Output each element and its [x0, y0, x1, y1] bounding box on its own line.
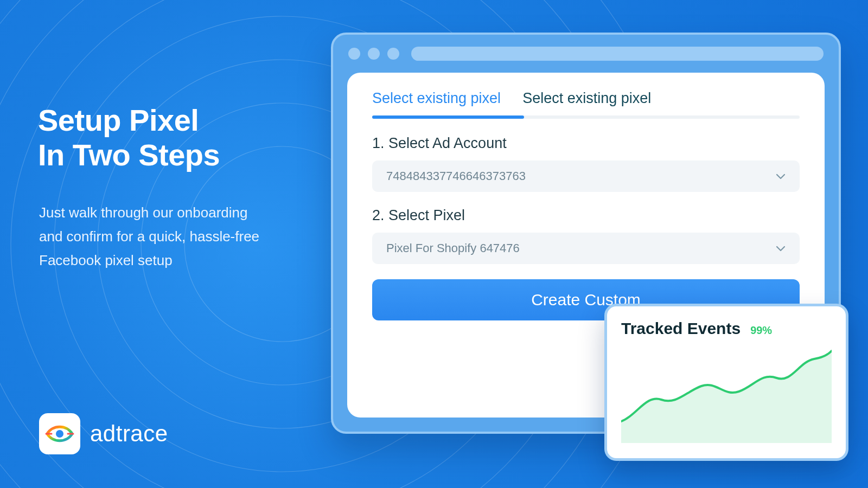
chevron-down-icon [776, 169, 786, 183]
tab-select-existing-pixel-alt[interactable]: Select existing pixel [522, 90, 651, 112]
svg-point-8 [56, 430, 63, 438]
tab-underline-track [372, 115, 800, 119]
traffic-light-dot [368, 48, 380, 60]
pixel-value: Pixel For Shopify 647476 [386, 241, 520, 255]
tab-select-existing-pixel[interactable]: Select existing pixel [372, 90, 501, 112]
step1-label: 1. Select Ad Account [372, 135, 800, 152]
tracked-events-card: Tracked Events 99% [604, 304, 848, 461]
ad-account-select[interactable]: 748484337746646373763 [372, 160, 800, 192]
tab-underline-indicator [372, 115, 524, 119]
sparkline-chart [621, 340, 832, 443]
traffic-lights [348, 48, 399, 60]
chevron-down-icon [776, 241, 786, 255]
traffic-light-dot [348, 48, 360, 60]
pixel-select[interactable]: Pixel For Shopify 647476 [372, 233, 800, 264]
card-percentage: 99% [750, 324, 772, 337]
hero-stage: Setup Pixel In Two Steps Just walk throu… [0, 0, 868, 488]
window-titlebar [333, 35, 839, 73]
step2-label: 2. Select Pixel [372, 207, 800, 224]
ad-account-value: 748484337746646373763 [386, 169, 526, 183]
brand-name: adtrace [90, 421, 168, 447]
hero-body: Just walk through our onboarding and con… [39, 201, 272, 273]
traffic-light-dot [387, 48, 399, 60]
card-title: Tracked Events [621, 319, 741, 338]
url-bar[interactable] [411, 47, 824, 61]
hero-title: Setup Pixel In Two Steps [38, 103, 220, 173]
eye-logo-icon [45, 419, 74, 448]
hero-title-line2: In Two Steps [38, 138, 220, 172]
tabs: Select existing pixel Select existing pi… [372, 90, 800, 112]
hero-title-line1: Setup Pixel [38, 103, 199, 137]
brand-logo [39, 413, 80, 454]
brand: adtrace [39, 413, 168, 454]
